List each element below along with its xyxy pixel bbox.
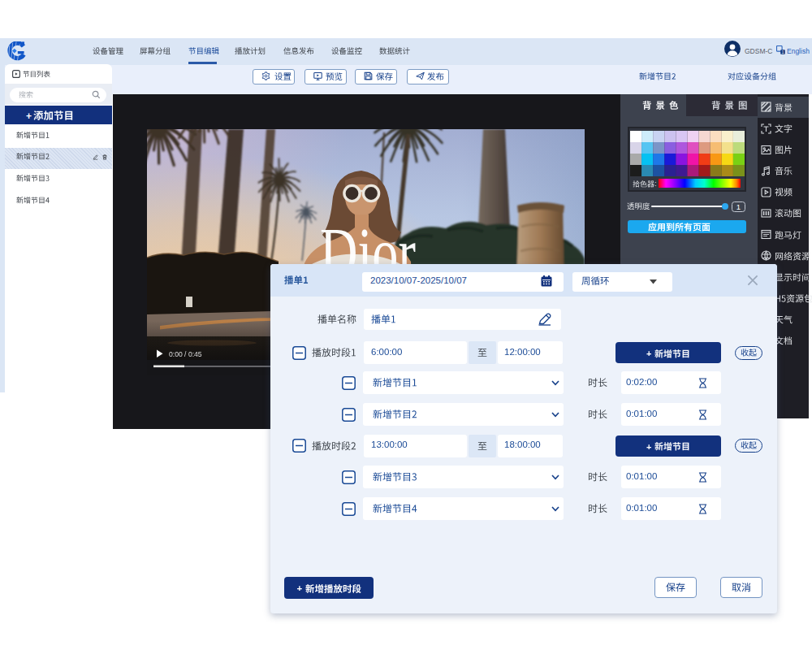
svg-text:0:00 / 0:45: 0:00 / 0:45 xyxy=(169,350,202,358)
svg-text:1: 1 xyxy=(782,50,784,54)
